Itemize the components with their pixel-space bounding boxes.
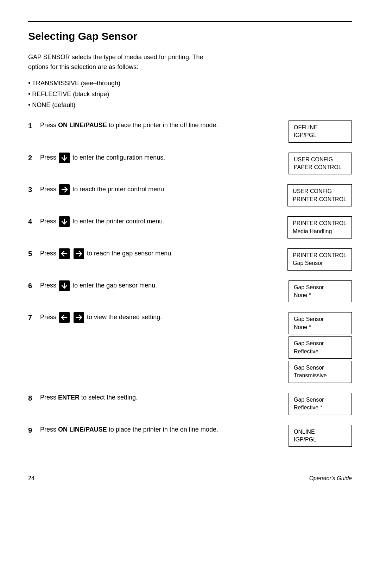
step-text-before: Press [40, 186, 58, 193]
step-left: 9Press ON LINE/PAUSE to place the printe… [28, 425, 280, 435]
step-right: PRINTER CONTROLGap Sensor [287, 248, 352, 271]
step-right: Gap SensorNone *Gap SensorReflectiveGap … [289, 312, 352, 383]
display-line2: Reflective * [294, 404, 347, 411]
down-arrow-icon [59, 153, 70, 163]
display-line2: IGP/PGL [294, 436, 347, 444]
step-row: 4Press to enter the printer control menu… [28, 216, 352, 239]
step-number: 6 [28, 280, 38, 291]
display-box: Gap SensorReflective * [289, 393, 352, 415]
step-bold-text: ON LINE/PAUSE [58, 426, 107, 433]
step-number: 1 [28, 120, 38, 131]
bullet-item: NONE (default) [28, 100, 352, 110]
step-left: 4Press to enter the printer control menu… [28, 216, 279, 227]
display-line1: Gap Sensor [294, 364, 347, 372]
step-right: PRINTER CONTROLMedia Handling [287, 216, 352, 239]
step-text-after: to select the setting. [80, 394, 138, 401]
display-line1: USER CONFIG [294, 156, 347, 163]
step-left: 5Press to reach the gap sensor menu. [28, 248, 279, 259]
step-text-before: Press [40, 426, 58, 433]
step-text-after: to reach the printer control menu. [72, 186, 166, 193]
step-left: 6Press to enter the gap sensor menu. [28, 280, 280, 291]
step-bold-text: ON LINE/PAUSE [58, 122, 107, 129]
step-row: 1Press ON LINE/PAUSE to place the printe… [28, 120, 352, 143]
step-text-after: to view the desired setting. [87, 314, 162, 321]
step-number: 3 [28, 184, 38, 195]
left-arrow-icon [59, 312, 70, 323]
step-content: Press to reach the printer control menu. [40, 184, 279, 195]
display-line2: Gap Sensor [293, 259, 347, 267]
display-line1: PRINTER CONTROL [293, 219, 347, 227]
step-text-before: Press [40, 314, 58, 321]
right-arrow-icon [74, 312, 84, 323]
display-line1: ONLINE [294, 428, 347, 436]
step-left: 1Press ON LINE/PAUSE to place the printe… [28, 120, 280, 131]
display-line1: Gap Sensor [294, 340, 347, 347]
top-rule [28, 21, 352, 22]
step-number: 9 [28, 425, 38, 435]
step-left: 8Press ENTER to select the setting. [28, 393, 280, 403]
step-text-before: Press [40, 281, 58, 289]
step-bold-text: ENTER [58, 394, 80, 401]
display-box: Gap SensorNone * [289, 280, 352, 303]
step-number: 2 [28, 153, 38, 163]
step-left: 2Press to enter the configuration menus. [28, 153, 280, 163]
step-row: 2Press to enter the configuration menus.… [28, 153, 352, 175]
right-arrow-icon [74, 248, 84, 259]
step-right: Gap SensorNone * [289, 280, 352, 303]
down-arrow-icon [59, 280, 70, 291]
footer-page-number: 24 [28, 474, 34, 483]
step-row: 3Press to reach the printer control menu… [28, 184, 352, 206]
step-right: USER CONFIGPRINTER CONTROL [287, 184, 352, 206]
bullet-item: REFLECTIVE (black stripe) [28, 89, 352, 99]
display-box: PRINTER CONTROLMedia Handling [287, 216, 352, 239]
display-line1: PRINTER CONTROL [293, 252, 347, 259]
step-right: OFFLINEIGP/PGL [289, 120, 352, 143]
step-row: 5Press to reach the gap sensor menu.PRIN… [28, 248, 352, 271]
step-number: 4 [28, 216, 38, 227]
step-row: 6Press to enter the gap sensor menu.Gap … [28, 280, 352, 303]
display-line2: None * [294, 291, 347, 299]
step-text-before: Press [40, 394, 58, 401]
right-arrow-icon [59, 184, 70, 195]
step-text-after: to enter the gap sensor menu. [72, 281, 157, 289]
display-box: Gap SensorReflective [289, 336, 352, 359]
display-line2: PRINTER CONTROL [293, 196, 347, 203]
display-line2: IGP/PGL [294, 131, 347, 139]
step-text-after: to enter the printer control menu. [72, 218, 164, 225]
step-left: 7Press to view the desired setting. [28, 312, 280, 323]
step-text-before: Press [40, 250, 58, 257]
footer: 24 Operator's Guide [28, 471, 352, 483]
step-text-before: Press [40, 218, 58, 225]
display-line2: Media Handling [293, 228, 347, 235]
display-box: USER CONFIGPRINTER CONTROL [287, 184, 352, 206]
display-line1: USER CONFIG [293, 187, 347, 195]
step-right: Gap SensorReflective * [289, 393, 352, 415]
step-number: 8 [28, 393, 38, 403]
step-text-before: Press [40, 154, 58, 161]
display-box: OFFLINEIGP/PGL [289, 120, 352, 143]
left-arrow-icon [59, 248, 70, 259]
display-line2: Transmissive [294, 372, 347, 379]
step-row: 9Press ON LINE/PAUSE to place the printe… [28, 425, 352, 447]
display-box: Gap SensorNone * [289, 312, 352, 334]
step-content: Press ENTER to select the setting. [40, 393, 280, 403]
step-right: ONLINEIGP/PGL [289, 425, 352, 447]
display-box: Gap SensorTransmissive [289, 361, 352, 383]
step-text-after: to enter the configuration menus. [72, 154, 165, 161]
bullet-item: TRANSMISSIVE (see–through) [28, 79, 352, 88]
steps-container: 1Press ON LINE/PAUSE to place the printe… [28, 120, 352, 457]
step-number: 7 [28, 312, 38, 323]
step-content: Press to enter the gap sensor menu. [40, 280, 280, 291]
intro-text: GAP SENSOR selects the type of media use… [28, 52, 211, 72]
display-box: ONLINEIGP/PGL [289, 425, 352, 447]
display-line2: Reflective [294, 348, 347, 355]
step-text-after: to place the printer in the off line mod… [107, 122, 218, 129]
display-line1: Gap Sensor [294, 315, 347, 323]
display-line1: Gap Sensor [294, 284, 347, 291]
step-text-after: to place the printer in the on line mode… [107, 426, 218, 433]
step-content: Press to view the desired setting. [40, 312, 280, 323]
bullet-list: TRANSMISSIVE (see–through) REFLECTIVE (b… [28, 79, 352, 110]
step-left: 3Press to reach the printer control menu… [28, 184, 279, 195]
display-box: PRINTER CONTROLGap Sensor [287, 248, 352, 271]
display-line2: None * [294, 323, 347, 331]
